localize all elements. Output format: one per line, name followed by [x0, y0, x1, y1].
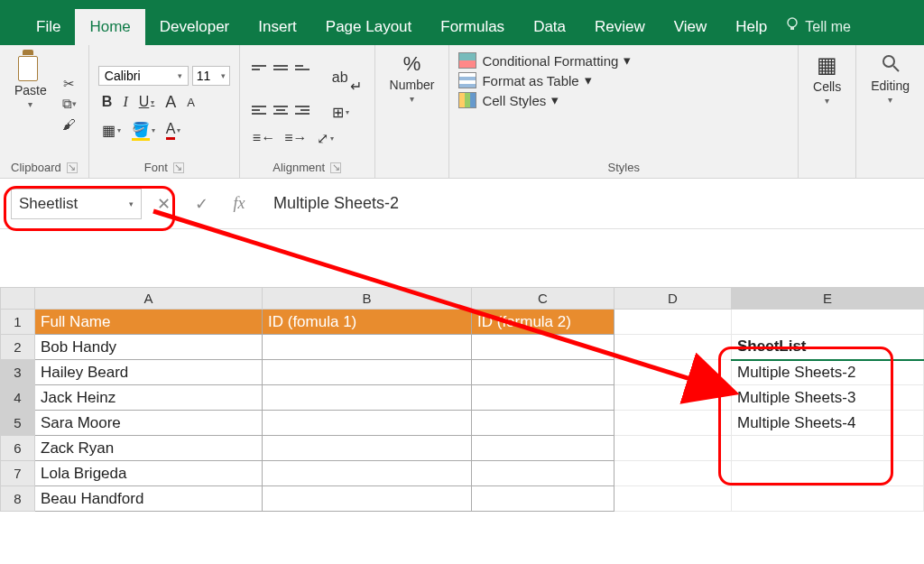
wrap-text-button[interactable]: ab↵	[328, 60, 365, 97]
tab-file[interactable]: File	[22, 9, 75, 45]
tab-insert[interactable]: Insert	[244, 9, 311, 45]
cell-E1[interactable]	[732, 310, 924, 335]
font-color-button[interactable]: A▾	[162, 119, 185, 142]
cell-A4[interactable]: Jack Heinz	[35, 385, 263, 411]
paste-button[interactable]: Paste ▾	[9, 49, 52, 159]
number-format-button[interactable]: % Number ▾	[384, 49, 440, 159]
editing-button[interactable]: Editing▾	[865, 49, 915, 159]
align-top-button[interactable]	[249, 60, 269, 76]
decrease-indent-button[interactable]: ≡←	[249, 128, 279, 149]
font-size-select[interactable]: 11▾	[192, 66, 230, 86]
formula-input[interactable]: Multiple Sheets-2	[264, 189, 920, 218]
cell-A6[interactable]: Zack Ryan	[35, 436, 263, 461]
cell-D7[interactable]	[614, 461, 732, 486]
cancel-formula-button[interactable]: ✕	[151, 194, 176, 214]
row-6[interactable]: 6	[1, 436, 35, 461]
cell-C5[interactable]	[472, 411, 614, 436]
format-as-table-button[interactable]: Format as Table▾	[458, 72, 789, 88]
cell-A7[interactable]: Lola Brigeda	[35, 461, 263, 486]
col-B[interactable]: B	[263, 288, 472, 310]
underline-button[interactable]: U▾	[135, 92, 159, 112]
align-middle-button[interactable]	[271, 60, 291, 76]
cell-D6[interactable]	[614, 436, 732, 461]
grow-font-button[interactable]: A	[162, 91, 180, 114]
cell-E2[interactable]: SheetList	[732, 335, 924, 360]
cell-A8[interactable]: Beau Handford	[35, 486, 263, 512]
cell-B2[interactable]	[263, 335, 472, 360]
tab-developer[interactable]: Developer	[145, 9, 245, 45]
cut-button[interactable]: ✂	[60, 75, 79, 93]
align-right-button[interactable]	[292, 102, 312, 118]
col-E[interactable]: E	[732, 288, 924, 310]
row-7[interactable]: 7	[1, 461, 35, 486]
cell-C7[interactable]	[472, 461, 614, 486]
cell-D8[interactable]	[614, 486, 732, 512]
cell-B8[interactable]	[263, 486, 472, 512]
tab-home[interactable]: Home	[75, 9, 144, 45]
format-painter-button[interactable]: 🖌	[60, 115, 79, 133]
clipboard-dialog-launcher[interactable]: ↘	[67, 162, 78, 173]
tab-help[interactable]: Help	[721, 9, 781, 45]
name-box[interactable]: Sheetlist ▾	[11, 189, 142, 219]
cell-A3[interactable]: Hailey Beard	[35, 360, 263, 385]
tab-data[interactable]: Data	[519, 9, 580, 45]
enter-formula-button[interactable]: ✓	[189, 194, 214, 214]
cell-E4[interactable]: Multiple Sheets-3	[732, 385, 924, 411]
tab-review[interactable]: Review	[580, 9, 660, 45]
cell-E7[interactable]	[732, 461, 924, 486]
row-4[interactable]: 4	[1, 385, 35, 411]
fx-button[interactable]: fx	[226, 194, 252, 213]
row-2[interactable]: 2	[1, 335, 35, 360]
col-A[interactable]: A	[35, 288, 263, 310]
cells-button[interactable]: ▦ Cells▾	[808, 49, 846, 159]
tab-view[interactable]: View	[660, 9, 722, 45]
cell-B5[interactable]	[263, 411, 472, 436]
increase-indent-button[interactable]: ≡→	[281, 128, 310, 149]
col-D[interactable]: D	[614, 288, 732, 310]
copy-button[interactable]: ⧉▾	[60, 95, 79, 113]
cell-styles-button[interactable]: Cell Styles▾	[458, 92, 789, 108]
cell-A1[interactable]: Full Name	[35, 310, 263, 335]
tab-formulas[interactable]: Formulas	[426, 9, 519, 45]
col-C[interactable]: C	[472, 288, 614, 310]
cell-B4[interactable]	[263, 385, 472, 411]
row-5[interactable]: 5	[1, 411, 35, 436]
merge-center-button[interactable]: ⊞▾	[328, 102, 353, 123]
bold-button[interactable]: B	[98, 92, 116, 112]
cell-B6[interactable]	[263, 436, 472, 461]
cell-C1[interactable]: ID (formula 2)	[472, 310, 614, 335]
cell-D1[interactable]	[614, 310, 732, 335]
font-name-select[interactable]: Calibri▾	[98, 66, 189, 86]
cell-C3[interactable]	[472, 360, 614, 385]
cell-E3[interactable]: Multiple Sheets-2	[732, 360, 924, 385]
cell-C6[interactable]	[472, 436, 614, 461]
cell-D3[interactable]	[614, 360, 732, 385]
alignment-dialog-launcher[interactable]: ↘	[330, 162, 341, 173]
fill-color-button[interactable]: 🪣▾	[128, 119, 159, 143]
font-dialog-launcher[interactable]: ↘	[173, 162, 184, 173]
cell-D2[interactable]	[614, 335, 732, 360]
cell-D5[interactable]	[614, 411, 732, 436]
align-bottom-button[interactable]	[292, 60, 312, 76]
shrink-font-button[interactable]: A	[183, 94, 199, 111]
align-left-button[interactable]	[249, 102, 269, 118]
cell-E8[interactable]	[732, 486, 924, 512]
tab-page-layout[interactable]: Page Layout	[311, 9, 426, 45]
cell-A2[interactable]: Bob Handy	[35, 335, 263, 360]
row-3[interactable]: 3	[1, 360, 35, 385]
select-all-corner[interactable]	[1, 288, 35, 310]
row-8[interactable]: 8	[1, 486, 35, 512]
cell-C8[interactable]	[472, 486, 614, 512]
cell-C2[interactable]	[472, 335, 614, 360]
tell-me[interactable]: Tell me	[785, 9, 851, 45]
italic-button[interactable]: I	[119, 92, 131, 112]
cell-B1[interactable]: ID (fomula 1)	[263, 310, 472, 335]
cell-B3[interactable]	[263, 360, 472, 385]
align-center-button[interactable]	[271, 102, 291, 118]
borders-button[interactable]: ▦▾	[98, 120, 125, 141]
cell-A5[interactable]: Sara Moore	[35, 411, 263, 436]
conditional-formatting-button[interactable]: Conditional Formatting▾	[458, 52, 789, 69]
cell-B7[interactable]	[263, 461, 472, 486]
row-1[interactable]: 1	[1, 310, 35, 335]
cell-C4[interactable]	[472, 385, 614, 411]
